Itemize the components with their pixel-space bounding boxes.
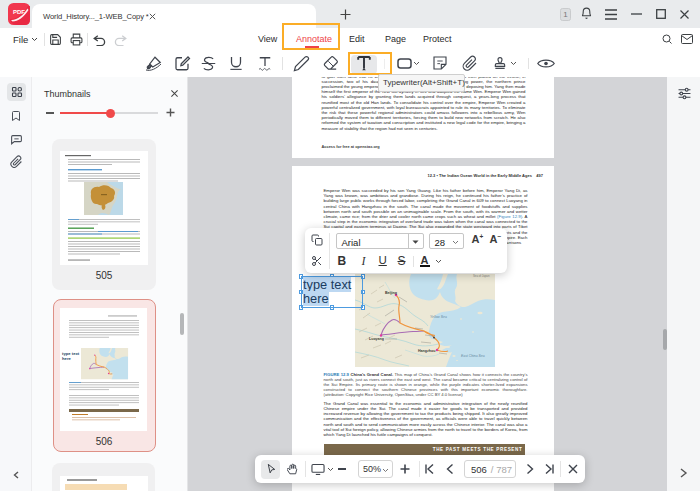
svg-text:Beijing: Beijing — [385, 290, 397, 294]
svg-text:Hangzhou: Hangzhou — [418, 349, 435, 353]
svg-text:PDF: PDF — [13, 9, 25, 15]
svg-text:East China Sea: East China Sea — [461, 354, 485, 358]
svg-text:Luoyang: Luoyang — [369, 336, 384, 340]
svg-text:Sea of Japan: Sea of Japan — [473, 274, 490, 278]
svg-text:here: here — [62, 356, 72, 361]
svg-text:Yellow Sea: Yellow Sea — [430, 315, 447, 319]
